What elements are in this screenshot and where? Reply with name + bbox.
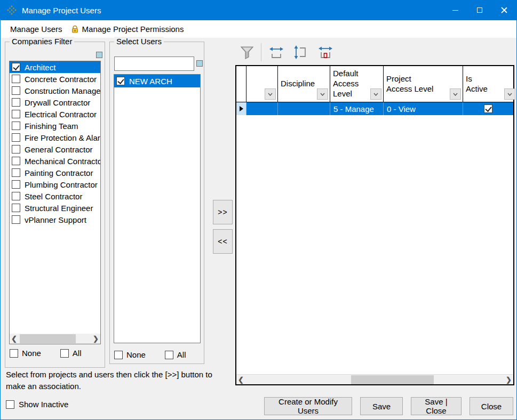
grid-horizontal-scrollbar[interactable]: ❮ ❯ [236,374,513,384]
checkbox[interactable] [12,215,20,224]
checkbox[interactable] [10,349,18,358]
column-header-is-active[interactable]: Is Active [463,66,513,102]
checkbox[interactable] [12,122,20,130]
filter-dropdown-button[interactable] [504,88,515,100]
list-item[interactable]: Construction Manager [10,85,100,96]
list-item[interactable]: Drywall Contractor [10,96,100,108]
list-item[interactable]: Plumbing Contractor [10,179,100,190]
filter-dropdown-button[interactable] [317,88,328,100]
fit-column-width-icon[interactable] [268,44,285,61]
show-inactive-checkbox[interactable]: Show Inactive [6,400,68,409]
grid-header: Discipline Default Access Level Project … [236,66,513,102]
scrollbar-thumb[interactable] [20,334,76,343]
checkbox[interactable] [12,145,20,154]
cell-project-access-level[interactable]: 0 - View [384,102,463,115]
companies-none-checkbox[interactable]: None [10,349,41,358]
list-item[interactable]: General Contractor [10,143,100,155]
menu-manage-project-permissions[interactable]: Manage Project Permissions [67,20,188,38]
checkbox[interactable] [6,400,14,409]
filter-icon[interactable] [238,44,256,61]
checkbox[interactable] [12,192,20,200]
chevron-down-icon [373,93,378,96]
checkbox[interactable] [12,75,20,83]
cell-discipline[interactable] [278,102,330,115]
save-button[interactable]: Save [360,397,403,415]
is-active-checkbox[interactable] [484,104,492,113]
close-dialog-button[interactable]: Close [470,397,513,415]
checkbox[interactable] [12,86,20,95]
list-item[interactable]: Painting Contractor [10,167,100,179]
disassociate-button[interactable]: << [213,229,233,254]
list-item[interactable]: Architect [10,61,100,73]
checkbox[interactable] [12,133,20,142]
list-item[interactable]: Steel Contractor [10,190,100,202]
checkbox[interactable] [12,63,20,71]
cell-is-active[interactable] [463,102,513,115]
list-item-label: General Contractor [25,145,93,154]
list-item[interactable]: Mechanical Contractor [10,155,100,167]
checkbox[interactable] [60,349,69,358]
cell-blank[interactable] [246,102,278,115]
companies-filter-options-button[interactable] [96,52,102,58]
fit-row-height-icon[interactable] [292,44,309,61]
list-item[interactable]: Concrete Contractor [10,73,100,85]
list-item-label: Concrete Contractor [25,75,97,84]
list-item[interactable]: vPlanner Support [10,214,100,225]
scrollbar-thumb[interactable] [351,375,434,384]
column-header-discipline[interactable]: Discipline [278,66,330,102]
checkbox[interactable] [12,98,20,107]
companies-filter-title: Companies Filter [10,37,74,46]
close-button[interactable] [492,0,516,20]
cell-default-access-level[interactable]: 5 - Manage [330,102,384,115]
users-all-checkbox[interactable]: All [165,350,186,359]
companies-horizontal-scrollbar[interactable]: ❮ ❯ [10,334,100,344]
user-search-options-button[interactable] [196,60,203,67]
maximize-button[interactable] [467,0,492,20]
minimize-button[interactable] [443,0,467,20]
list-item-label: Electrical Contractor [25,110,97,119]
chevron-down-icon [453,93,458,96]
checkbox[interactable] [12,168,20,177]
table-row[interactable]: 5 - Manage 0 - View [236,102,513,115]
checkbox[interactable] [116,77,125,85]
associate-button[interactable]: >> [213,200,233,224]
checkbox[interactable] [12,157,20,165]
column-header-blank[interactable] [246,66,278,102]
checkbox[interactable] [12,110,20,118]
list-item[interactable]: NEW ARCH [114,75,200,87]
title-bar: Manage Project Users [1,0,516,20]
filter-dropdown-button[interactable] [450,88,461,100]
column-header-label: Project Access Level [384,73,437,95]
chevron-down-icon [507,93,512,96]
menu-manage-users[interactable]: Manage Users [1,20,67,38]
list-item[interactable]: Finishing Team [10,120,100,132]
column-header-project-access-level[interactable]: Project Access Level [384,66,463,102]
checkbox[interactable] [12,204,20,212]
scrollbar-track[interactable] [245,375,504,384]
filter-dropdown-button[interactable] [265,88,276,100]
list-item[interactable]: Fire Protection & Alarm [10,132,100,143]
grid-toolbar [235,40,514,64]
save-close-button[interactable]: Save | Close [411,397,462,415]
scrollbar-track[interactable] [19,334,91,344]
checkbox[interactable] [12,180,20,189]
column-header-label: Is Active [463,73,490,95]
user-search-input[interactable] [114,56,194,71]
checkbox[interactable] [165,351,173,359]
scroll-right-icon[interactable]: ❯ [504,375,513,385]
menu-manage-project-permissions-label: Manage Project Permissions [82,25,184,34]
scroll-right-icon[interactable]: ❯ [91,334,100,344]
list-item[interactable]: Electrical Contractor [10,108,100,120]
column-header-default-access-level[interactable]: Default Access Level [330,66,384,102]
create-or-modify-users-button[interactable]: Create or Modify Users [264,397,352,415]
checkbox[interactable] [114,351,123,359]
scroll-left-icon[interactable]: ❮ [236,375,245,385]
users-none-checkbox[interactable]: None [114,350,146,359]
scroll-left-icon[interactable]: ❮ [10,334,19,344]
best-fit-columns-icon[interactable] [317,44,334,61]
companies-all-checkbox[interactable]: All [60,349,82,358]
menu-manage-users-label: Manage Users [10,25,62,34]
manage-project-users-window: Manage Project Users Manage Users Manage… [0,0,517,420]
list-item[interactable]: Structural Engineer [10,202,100,214]
filter-dropdown-button[interactable] [370,88,381,100]
